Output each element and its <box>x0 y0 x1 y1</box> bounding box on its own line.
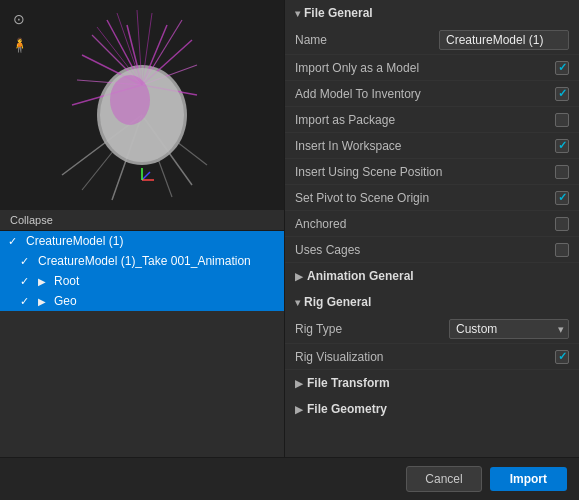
rig-type-row: Rig Type Custom Standard None <box>285 315 579 344</box>
bottom-bar: Cancel Import <box>0 457 579 500</box>
camera-icon[interactable]: ⊙ <box>8 8 30 30</box>
set-pivot-row: Set Pivot to Scene Origin <box>285 185 579 211</box>
tree-item-label-geo: Geo <box>54 294 77 308</box>
animation-general-label: Animation General <box>307 269 414 283</box>
rig-type-select[interactable]: Custom Standard None <box>449 319 569 339</box>
main-container: ⊙ 🧍 <box>0 0 579 500</box>
name-input[interactable] <box>439 30 569 50</box>
svg-point-23 <box>110 75 150 125</box>
file-transform-arrow: ▶ <box>295 378 303 389</box>
rig-viz-label: Rig Visualization <box>295 350 555 364</box>
rig-general-arrow: ▾ <box>295 297 300 308</box>
tree-item-animation[interactable]: ✓ CreatureModel (1)_Take 001_Animation <box>0 251 284 271</box>
import-only-row: Import Only as a Model <box>285 55 579 81</box>
set-pivot-label: Set Pivot to Scene Origin <box>295 191 555 205</box>
file-geometry-arrow: ▶ <box>295 404 303 415</box>
import-only-checkbox[interactable] <box>555 61 569 75</box>
import-only-label: Import Only as a Model <box>295 61 555 75</box>
file-geometry-header[interactable]: ▶ File Geometry <box>285 396 579 422</box>
tree-item-label-animation: CreatureModel (1)_Take 001_Animation <box>38 254 251 268</box>
insert-workspace-checkbox[interactable] <box>555 139 569 153</box>
name-row: Name <box>285 26 579 55</box>
anchored-checkbox[interactable] <box>555 217 569 231</box>
rig-viz-row: Rig Visualization <box>285 344 579 370</box>
name-label: Name <box>295 33 439 47</box>
toolbar-icons: ⊙ 🧍 <box>8 8 30 56</box>
file-general-arrow: ▾ <box>295 8 300 19</box>
rig-general-header[interactable]: ▾ Rig General <box>285 289 579 315</box>
tree-item-geo[interactable]: ✓ ▶ Geo <box>0 291 284 311</box>
import-package-checkbox[interactable] <box>555 113 569 127</box>
top-area: ⊙ 🧍 <box>0 0 579 457</box>
collapse-button[interactable]: Collapse <box>0 210 284 231</box>
tree-item-label-creature-model: CreatureModel (1) <box>26 234 123 248</box>
uses-cages-checkbox[interactable] <box>555 243 569 257</box>
set-pivot-checkbox[interactable] <box>555 191 569 205</box>
add-model-row: Add Model To Inventory <box>285 81 579 107</box>
check-icon-root: ✓ <box>20 275 34 288</box>
import-button[interactable]: Import <box>490 467 567 491</box>
anchored-label: Anchored <box>295 217 555 231</box>
right-panel: ▾ File General Name Import Only as a Mod… <box>285 0 579 457</box>
file-transform-label: File Transform <box>307 376 390 390</box>
add-model-checkbox[interactable] <box>555 87 569 101</box>
import-package-row: Import as Package <box>285 107 579 133</box>
check-icon-animation: ✓ <box>20 255 34 268</box>
chevron-geo: ▶ <box>38 296 50 307</box>
animation-general-header[interactable]: ▶ Animation General <box>285 263 579 289</box>
rig-type-wrapper: Custom Standard None <box>449 319 569 339</box>
insert-workspace-row: Insert In Workspace <box>285 133 579 159</box>
person-icon[interactable]: 🧍 <box>8 34 30 56</box>
uses-cages-label: Uses Cages <box>295 243 555 257</box>
creature-preview <box>22 5 262 205</box>
left-panel: ⊙ 🧍 <box>0 0 285 457</box>
check-icon-creature-model: ✓ <box>8 235 22 248</box>
rig-general-label: Rig General <box>304 295 371 309</box>
animation-general-arrow: ▶ <box>295 271 303 282</box>
rig-type-label: Rig Type <box>295 322 449 336</box>
uses-cages-row: Uses Cages <box>285 237 579 263</box>
preview-area: ⊙ 🧍 <box>0 0 284 210</box>
insert-scene-row: Insert Using Scene Position <box>285 159 579 185</box>
check-icon-geo: ✓ <box>20 295 34 308</box>
tree-area: ✓ CreatureModel (1) ✓ CreatureModel (1)_… <box>0 231 284 457</box>
insert-workspace-label: Insert In Workspace <box>295 139 555 153</box>
chevron-root: ▶ <box>38 276 50 287</box>
import-package-label: Import as Package <box>295 113 555 127</box>
file-general-header[interactable]: ▾ File General <box>285 0 579 26</box>
cancel-button[interactable]: Cancel <box>406 466 481 492</box>
file-transform-header[interactable]: ▶ File Transform <box>285 370 579 396</box>
tree-item-label-root: Root <box>54 274 79 288</box>
tree-item-creature-model[interactable]: ✓ CreatureModel (1) <box>0 231 284 251</box>
svg-line-24 <box>142 172 150 180</box>
file-geometry-label: File Geometry <box>307 402 387 416</box>
file-general-label: File General <box>304 6 373 20</box>
tree-item-root[interactable]: ✓ ▶ Root <box>0 271 284 291</box>
insert-scene-checkbox[interactable] <box>555 165 569 179</box>
anchored-row: Anchored <box>285 211 579 237</box>
rig-viz-checkbox[interactable] <box>555 350 569 364</box>
insert-scene-label: Insert Using Scene Position <box>295 165 555 179</box>
add-model-label: Add Model To Inventory <box>295 87 555 101</box>
